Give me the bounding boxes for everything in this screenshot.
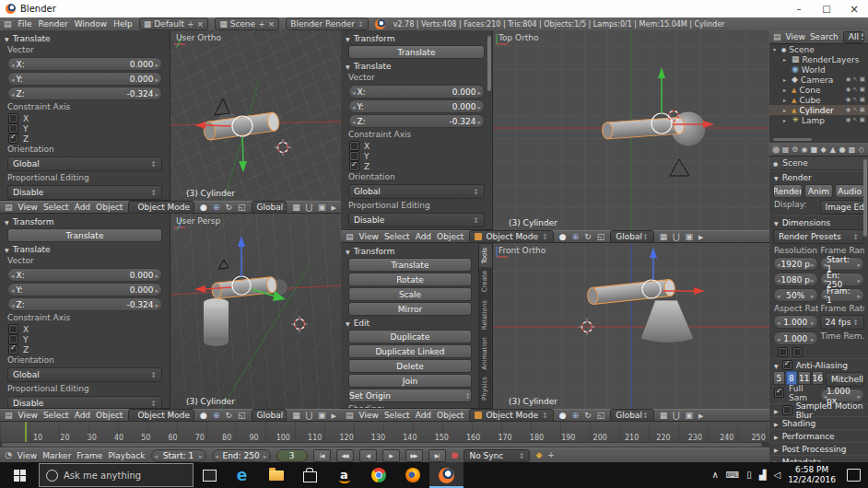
mode-dropdown[interactable]: Object Mode <box>128 409 194 422</box>
battery-icon[interactable] <box>746 471 752 480</box>
timeline-frame-menu[interactable]: Frame <box>76 451 102 460</box>
remove-scene-icon[interactable] <box>268 20 276 29</box>
renderability-icon[interactable] <box>860 97 865 103</box>
duplicate-button[interactable]: Duplicate <box>348 330 472 343</box>
visibility-icon[interactable] <box>846 107 851 113</box>
start-button[interactable] <box>0 462 39 488</box>
vector-y-field[interactable]: Y:0.000 <box>7 283 162 296</box>
proportional-editing-dropdown[interactable]: Disable <box>7 185 162 200</box>
outliner-row-cylinder[interactable]: ▸ Cylinder <box>769 105 868 115</box>
transform-orientation-dropdown[interactable]: Global <box>610 409 653 422</box>
timeline-ruler[interactable]: 1020304050607080901001101201301401501601… <box>0 422 769 443</box>
constraint-x-checkbox[interactable] <box>8 324 18 334</box>
panel-header-translate[interactable]: Translate <box>0 243 170 255</box>
crop-checkbox[interactable] <box>792 347 803 357</box>
tab-world-icon[interactable]: ◉ <box>801 145 808 154</box>
snap-magnet-icon[interactable] <box>673 233 679 241</box>
opengl-render-icon[interactable] <box>318 412 326 420</box>
tab-grease-pencil[interactable]: Grease Pencil <box>479 404 492 408</box>
proportional-editing-dropdown[interactable]: Disable <box>7 396 162 409</box>
outliner-row-scene[interactable]: ▾ Scene <box>769 44 868 54</box>
performance-section-header[interactable]: Performance <box>769 429 868 442</box>
sampled-motion-blur-header[interactable]: Sampled Motion Blur <box>769 403 868 416</box>
taskbar-app-file-explorer[interactable] <box>259 462 293 488</box>
object-menu[interactable]: Object <box>437 411 463 420</box>
orientation-dropdown[interactable]: Global <box>7 367 162 382</box>
selectability-icon[interactable] <box>852 97 857 103</box>
animation-button[interactable]: Anim <box>804 184 834 198</box>
proportional-editing-dropdown[interactable]: Disable <box>348 213 485 227</box>
outliner-row-cone[interactable]: ▸ Cone <box>769 85 868 95</box>
panel-header-translate[interactable]: Translate <box>341 60 492 72</box>
aa-samples-5[interactable]: 5 <box>773 371 785 385</box>
tab-animation[interactable]: Animation <box>479 333 492 374</box>
scrollbar[interactable] <box>773 138 812 141</box>
selectability-icon[interactable] <box>852 107 857 113</box>
viewport-shading-icon[interactable] <box>559 412 567 420</box>
join-button[interactable]: Join <box>348 374 472 388</box>
select-menu[interactable]: Select <box>384 411 410 420</box>
manipulator-scale-icon[interactable] <box>597 412 605 420</box>
mirror-button[interactable]: Mirror <box>348 302 472 316</box>
translate-button[interactable]: Translate <box>348 258 472 272</box>
viewport-front-ortho[interactable]: Front Ortho (3) Cylinder <box>493 243 770 409</box>
layers-icon[interactable] <box>292 412 300 420</box>
menu-help[interactable]: Help <box>113 19 133 29</box>
add-layout-icon[interactable] <box>187 20 194 29</box>
opengl-render-anim-icon[interactable] <box>698 412 703 420</box>
set-origin-button[interactable]: Set Origin <box>348 389 472 402</box>
record-button[interactable] <box>452 451 459 459</box>
cortana-search-box[interactable]: Ask me anything <box>39 463 194 487</box>
manipulator-rotate-icon[interactable] <box>584 233 592 241</box>
constraint-z-checkbox[interactable] <box>8 134 18 144</box>
current-frame-marker[interactable] <box>25 422 27 442</box>
transform-orientation-dropdown[interactable]: Global <box>252 201 287 214</box>
mode-dropdown[interactable]: Object Mode <box>128 201 194 214</box>
insert-keyframe-icon[interactable] <box>547 451 555 459</box>
taskbar-app-edge[interactable]: e <box>225 462 259 488</box>
manipulator-translate-icon[interactable] <box>213 203 220 212</box>
next-keyframe-button[interactable] <box>405 449 423 462</box>
panel-header-transform[interactable]: Transform <box>341 245 479 257</box>
outliner-row-world[interactable]: World <box>769 64 868 75</box>
tab-object-icon[interactable]: ■ <box>810 145 817 154</box>
constraint-z-checkbox[interactable] <box>8 344 18 354</box>
tab-render-icon[interactable]: ◎ <box>772 145 780 154</box>
audio-button[interactable]: Audio <box>835 184 864 198</box>
outliner-row-renderlayers[interactable]: ▸ RenderLayers <box>769 54 868 64</box>
taskbar-app-amazon[interactable]: a <box>327 462 361 488</box>
editor-type-icon[interactable] <box>5 203 13 212</box>
tab-scene-icon[interactable]: ⚙ <box>792 145 799 154</box>
tab-constraints-icon[interactable]: ◆ <box>819 145 827 154</box>
add-menu[interactable]: Add <box>416 411 431 420</box>
frame-start-field[interactable]: Start: 1 <box>820 257 865 271</box>
taskbar-app-blender[interactable] <box>429 462 463 488</box>
viewport-top-ortho[interactable]: Top Ortho (3) Cylinder <box>493 30 770 230</box>
menu-window[interactable]: Window <box>75 19 108 29</box>
panel-header-translate[interactable]: Translate <box>0 32 170 44</box>
vector-x-field[interactable]: X:0.000 <box>7 57 162 71</box>
frame-step-field[interactable]: Fram: 1 <box>820 288 865 302</box>
mode-dropdown[interactable]: Object Mode <box>469 230 553 243</box>
selectability-icon[interactable] <box>852 117 857 123</box>
opengl-render-icon[interactable] <box>686 412 694 420</box>
translate-tool-button[interactable]: Translate <box>348 45 485 59</box>
layers-icon[interactable] <box>292 203 300 212</box>
full-sample-checkbox[interactable] <box>774 388 784 398</box>
editor-type-icon[interactable] <box>5 451 12 459</box>
frame-end-field[interactable]: End: 250 <box>212 449 271 462</box>
selectability-icon[interactable] <box>852 76 857 83</box>
layers-icon[interactable] <box>660 233 668 241</box>
tab-create[interactable]: Create <box>479 267 492 296</box>
viewport-shading-icon[interactable] <box>559 233 567 241</box>
screen-layout-selector[interactable]: Default <box>139 17 209 30</box>
object-menu[interactable]: Object <box>96 411 123 420</box>
opengl-render-anim-icon[interactable] <box>332 412 336 420</box>
editor-type-icon[interactable] <box>5 412 13 420</box>
expand-icon[interactable]: ▸ <box>783 117 789 123</box>
expand-icon[interactable]: ▸ <box>783 56 789 63</box>
taskbar-app-store[interactable] <box>293 462 327 488</box>
panel-header-transform[interactable]: Transform <box>341 32 492 44</box>
render-button[interactable]: Render <box>773 184 803 198</box>
anti-aliasing-checkbox[interactable] <box>782 360 792 370</box>
